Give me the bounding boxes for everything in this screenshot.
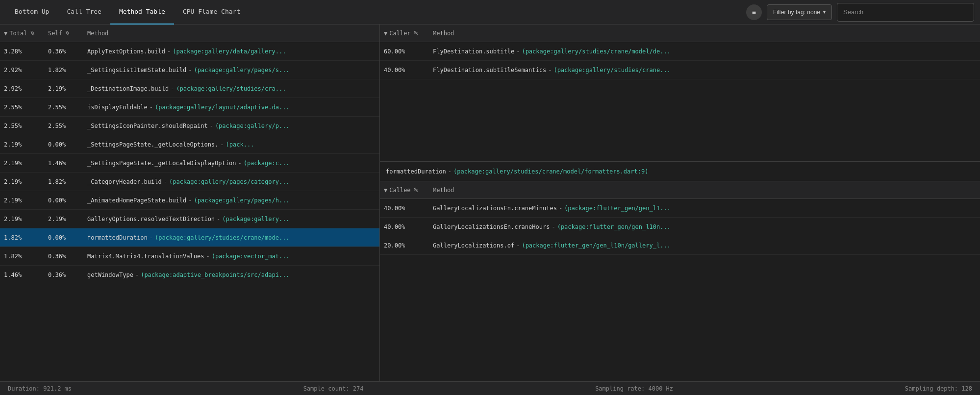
- caller-table-body[interactable]: 60.00% FlyDestination.subtitle - (packag…: [380, 42, 980, 161]
- left-cell-method-link[interactable]: (package:c...: [244, 160, 290, 167]
- col-header-caller-pct[interactable]: ▼ Caller %: [384, 30, 433, 37]
- left-cell-self: 2.19%: [48, 85, 66, 92]
- left-cell-method-sep: -: [217, 216, 220, 222]
- left-table-row[interactable]: 2.92% 2.19% _DestinationImage.build - (p…: [0, 79, 379, 98]
- left-cell-self: 1.82%: [48, 67, 66, 74]
- left-table-row[interactable]: 2.19% 1.46% _SettingsPageState._getLocal…: [0, 154, 379, 173]
- selected-method-link[interactable]: (package:gallery/studies/crane/model/for…: [453, 168, 648, 175]
- col-header-total[interactable]: ▼ Total %: [4, 30, 48, 37]
- left-cell-self: 0.36%: [48, 48, 66, 55]
- callee-cell-method-link[interactable]: (package:flutter_gen/gen_l1...: [564, 205, 671, 212]
- toolbar: Bottom Up Call Tree Method Table CPU Fla…: [0, 0, 980, 25]
- left-cell-method-sep: -: [167, 48, 171, 55]
- left-panel: ▼ Total % Self % Method 3.28% 0.36% Appl…: [0, 25, 380, 381]
- left-table-row[interactable]: 1.82% 0.00% formattedDuration - (package…: [0, 228, 379, 247]
- left-cell-method-sep: -: [171, 85, 174, 92]
- caller-table-row[interactable]: 40.00% FlyDestination.subtitleSemantics …: [380, 61, 980, 79]
- left-cell-method-name: getWindowType: [87, 272, 133, 278]
- callee-table-row[interactable]: 20.00% GalleryLocalizations.of - (packag…: [380, 236, 980, 255]
- search-input[interactable]: [837, 3, 974, 22]
- col-header-callee-pct[interactable]: ▼ Callee %: [384, 187, 433, 194]
- left-cell-method-name: _AnimatedHomePageState.build: [87, 197, 186, 204]
- left-cell-method-link[interactable]: (package:gallery/pages/h...: [194, 197, 290, 204]
- left-cell-method-sep: -: [150, 234, 153, 241]
- caller-table-row[interactable]: 60.00% FlyDestination.subtitle - (packag…: [380, 42, 980, 61]
- callee-table-row[interactable]: 40.00% GalleryLocalizationsEn.craneHours…: [380, 218, 980, 236]
- left-table-row[interactable]: 2.92% 1.82% _SettingsListItemState.build…: [0, 61, 379, 79]
- left-table-row[interactable]: 2.55% 2.55% isDisplayFoldable - (package…: [0, 98, 379, 117]
- left-cell-method-sep: -: [210, 123, 213, 129]
- left-table-header: ▼ Total % Self % Method: [0, 25, 379, 42]
- callee-cell-method-link[interactable]: (package:flutter_gen/gen_l10n...: [557, 223, 671, 230]
- left-table-row[interactable]: 1.82% 0.36% Matrix4.Matrix4.translationV…: [0, 247, 379, 266]
- caller-cell-method-link[interactable]: (package:gallery/studies/crane...: [553, 67, 670, 74]
- left-cell-method-link[interactable]: (package:adaptive_breakpoints/src/adapi.…: [141, 272, 289, 278]
- left-cell-total: 2.92%: [4, 67, 22, 74]
- filter-tag-button[interactable]: Filter by tag: none ▾: [767, 4, 832, 20]
- callee-table-body[interactable]: 40.00% GalleryLocalizationsEn.craneMinut…: [380, 199, 980, 381]
- left-cell-method-link[interactable]: (pack...: [226, 141, 254, 148]
- left-cell-method-sep: -: [188, 197, 192, 204]
- main-content: ▼ Total % Self % Method 3.28% 0.36% Appl…: [0, 25, 980, 381]
- left-table-row[interactable]: 2.55% 2.55% _SettingsIconPainter.shouldR…: [0, 117, 379, 135]
- left-cell-method-link[interactable]: (package:gallery/layout/adaptive.da...: [155, 104, 290, 111]
- left-cell-method-link[interactable]: (package:gallery/pages/s...: [194, 67, 290, 74]
- left-table-row[interactable]: 1.46% 0.36% getWindowType - (package:ada…: [0, 266, 379, 284]
- tab-bottom-up[interactable]: Bottom Up: [6, 0, 58, 25]
- right-panel: ▼ Caller % Method 60.00% FlyDestination.…: [380, 25, 980, 381]
- left-cell-method-sep: -: [188, 67, 192, 74]
- left-cell-total: 2.19%: [4, 141, 22, 148]
- left-cell-method-name: _SettingsIconPainter.shouldRepaint: [87, 123, 208, 129]
- callee-cell-method-sep: -: [559, 205, 562, 212]
- left-cell-method-link[interactable]: (package:gallery/p...: [215, 123, 290, 129]
- caller-cell-method-sep: -: [548, 67, 552, 74]
- left-cell-total: 1.46%: [4, 272, 22, 278]
- col-header-caller-method: Method: [433, 30, 976, 37]
- callee-cell-method-name: GalleryLocalizationsEn.craneHours: [433, 223, 550, 230]
- left-cell-method-sep: -: [238, 160, 241, 167]
- left-cell-method-link[interactable]: (package:gallery...: [222, 216, 289, 222]
- left-cell-method-link[interactable]: (package:vector_mat...: [212, 253, 290, 260]
- caller-cell-method-link[interactable]: (package:gallery/studies/crane/model/de.…: [522, 48, 670, 55]
- callee-section: ▼ Callee % Method 40.00% GalleryLocaliza…: [380, 181, 980, 381]
- tab-call-tree[interactable]: Call Tree: [58, 0, 110, 25]
- callee-cell-method-name: GalleryLocalizations.of: [433, 242, 514, 249]
- left-cell-total: 1.82%: [4, 234, 22, 241]
- col-header-self: Self %: [48, 30, 87, 37]
- left-cell-self: 0.36%: [48, 253, 66, 260]
- left-cell-total: 2.55%: [4, 123, 22, 129]
- left-cell-method-name: Matrix4.Matrix4.translationValues: [87, 253, 204, 260]
- caller-cell-pct: 40.00%: [384, 67, 405, 74]
- tab-cpu-flame-chart[interactable]: CPU Flame Chart: [174, 0, 249, 25]
- left-cell-self: 0.36%: [48, 272, 66, 278]
- callee-table-row[interactable]: 40.00% GalleryLocalizationsEn.craneMinut…: [380, 199, 980, 218]
- left-cell-method-link[interactable]: (package:gallery/studies/cra...: [176, 85, 286, 92]
- left-table-row[interactable]: 2.19% 2.19% GalleryOptions.resolvedTextD…: [0, 210, 379, 228]
- left-table-body[interactable]: 3.28% 0.36% ApplyTextOptions.build - (pa…: [0, 42, 379, 381]
- left-cell-method-sep: -: [150, 104, 153, 111]
- tab-method-table[interactable]: Method Table: [110, 0, 174, 25]
- left-table-row[interactable]: 2.19% 1.82% _CategoryHeader.build - (pac…: [0, 173, 379, 191]
- callee-table-header: ▼ Callee % Method: [380, 181, 980, 199]
- left-cell-self: 2.55%: [48, 104, 66, 111]
- left-cell-method-name: _SettingsPageState._getLocaleOptions.: [87, 141, 218, 148]
- left-cell-method-link[interactable]: (package:gallery/data/gallery...: [173, 48, 286, 55]
- left-cell-method-sep: -: [164, 178, 167, 185]
- left-cell-self: 2.55%: [48, 123, 66, 129]
- callee-cell-pct: 40.00%: [384, 205, 405, 212]
- left-cell-method-name: _CategoryHeader.build: [87, 178, 162, 185]
- caller-cell-method-name: FlyDestination.subtitleSemantics: [433, 67, 546, 74]
- left-cell-method-link[interactable]: (package:gallery/studies/crane/mode...: [155, 234, 290, 241]
- left-cell-method-link[interactable]: (package:gallery/pages/category...: [169, 178, 290, 185]
- selected-method-name: formattedDuration: [386, 168, 446, 175]
- callee-cell-method-link[interactable]: (package:flutter_gen/gen_l10n/gallery_l.…: [522, 242, 670, 249]
- left-table-row[interactable]: 2.19% 0.00% _SettingsPageState._getLocal…: [0, 135, 379, 154]
- filter-icon-button[interactable]: ≡: [746, 4, 762, 20]
- left-table-row[interactable]: 2.19% 0.00% _AnimatedHomePageState.build…: [0, 191, 379, 210]
- caller-table-header: ▼ Caller % Method: [380, 25, 980, 42]
- left-table-row[interactable]: 3.28% 0.36% ApplyTextOptions.build - (pa…: [0, 42, 379, 61]
- sort-arrow-total: ▼: [4, 30, 7, 37]
- left-cell-total: 2.55%: [4, 104, 22, 111]
- status-sampling-rate: Sampling rate: 4000 Hz: [595, 385, 673, 392]
- left-cell-method-name: GalleryOptions.resolvedTextDirection: [87, 216, 215, 222]
